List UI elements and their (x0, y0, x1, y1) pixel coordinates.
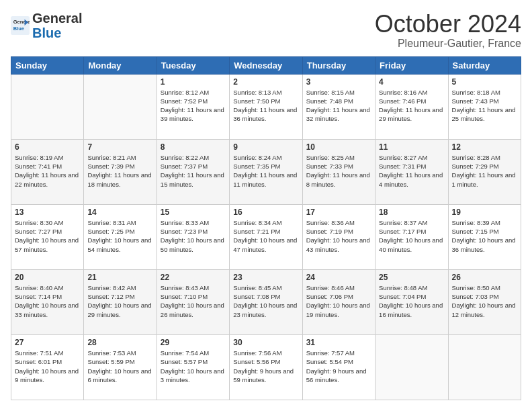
day-number: 8 (161, 142, 226, 152)
day-info: Sunrise: 8:45 AMSunset: 7:08 PMDaylight:… (233, 283, 298, 319)
day-number: 31 (306, 338, 371, 347)
calendar-cell (375, 334, 448, 400)
calendar-cell: 22Sunrise: 8:43 AMSunset: 7:10 PMDayligh… (157, 269, 229, 334)
calendar-cell: 31Sunrise: 7:57 AMSunset: 5:54 PMDayligh… (302, 334, 375, 400)
calendar-cell (84, 74, 157, 139)
day-info: Sunrise: 8:50 AMSunset: 7:03 PMDaylight:… (452, 283, 517, 319)
calendar-cell: 28Sunrise: 7:53 AMSunset: 5:59 PMDayligh… (84, 334, 157, 400)
calendar-week-1: 1Sunrise: 8:12 AMSunset: 7:52 PMDaylight… (11, 74, 521, 139)
calendar-cell: 11Sunrise: 8:27 AMSunset: 7:31 PMDayligh… (375, 139, 448, 204)
calendar-cell: 30Sunrise: 7:56 AMSunset: 5:56 PMDayligh… (230, 334, 302, 400)
day-info: Sunrise: 8:13 AMSunset: 7:50 PMDaylight:… (233, 88, 298, 124)
calendar-week-2: 6Sunrise: 8:19 AMSunset: 7:41 PMDaylight… (11, 139, 521, 204)
day-number: 17 (306, 208, 371, 217)
calendar-cell: 29Sunrise: 7:54 AMSunset: 5:57 PMDayligh… (157, 334, 229, 400)
calendar-cell (11, 74, 84, 139)
day-info: Sunrise: 8:34 AMSunset: 7:21 PMDaylight:… (233, 218, 298, 254)
calendar-cell: 27Sunrise: 7:51 AMSunset: 6:01 PMDayligh… (11, 334, 84, 400)
day-number: 11 (379, 142, 444, 152)
day-info: Sunrise: 8:16 AMSunset: 7:46 PMDaylight:… (379, 88, 444, 124)
day-info: Sunrise: 8:21 AMSunset: 7:39 PMDaylight:… (87, 153, 152, 189)
calendar-cell: 1Sunrise: 8:12 AMSunset: 7:52 PMDaylight… (157, 74, 229, 139)
calendar-header-row: SundayMondayTuesdayWednesdayThursdayFrid… (11, 56, 521, 74)
day-info: Sunrise: 8:19 AMSunset: 7:41 PMDaylight:… (15, 153, 80, 189)
calendar-cell: 13Sunrise: 8:30 AMSunset: 7:27 PMDayligh… (11, 204, 84, 269)
day-number: 12 (452, 142, 517, 152)
day-number: 23 (233, 273, 298, 282)
day-info: Sunrise: 8:42 AMSunset: 7:12 PMDaylight:… (87, 283, 152, 319)
day-info: Sunrise: 8:48 AMSunset: 7:04 PMDaylight:… (379, 283, 444, 319)
day-number: 1 (161, 77, 226, 87)
day-info: Sunrise: 8:31 AMSunset: 7:25 PMDaylight:… (87, 218, 152, 254)
day-info: Sunrise: 8:33 AMSunset: 7:23 PMDaylight:… (161, 218, 226, 254)
calendar-cell: 7Sunrise: 8:21 AMSunset: 7:39 PMDaylight… (84, 139, 157, 204)
day-info: Sunrise: 8:46 AMSunset: 7:06 PMDaylight:… (306, 283, 371, 319)
day-info: Sunrise: 8:39 AMSunset: 7:15 PMDaylight:… (452, 218, 517, 254)
calendar-cell: 20Sunrise: 8:40 AMSunset: 7:14 PMDayligh… (11, 269, 84, 334)
day-info: Sunrise: 8:15 AMSunset: 7:48 PMDaylight:… (306, 88, 371, 124)
day-info: Sunrise: 8:37 AMSunset: 7:17 PMDaylight:… (379, 218, 444, 254)
day-number: 3 (306, 77, 371, 87)
calendar-cell: 6Sunrise: 8:19 AMSunset: 7:41 PMDaylight… (11, 139, 84, 204)
day-info: Sunrise: 8:30 AMSunset: 7:27 PMDaylight:… (15, 218, 80, 254)
day-number: 14 (87, 208, 152, 217)
day-number: 13 (15, 208, 80, 217)
day-number: 6 (15, 142, 80, 152)
day-number: 22 (161, 273, 226, 282)
day-number: 19 (452, 208, 517, 217)
day-header-monday: Monday (84, 56, 157, 74)
day-number: 21 (87, 273, 152, 282)
day-number: 2 (233, 77, 298, 87)
calendar-cell: 18Sunrise: 8:37 AMSunset: 7:17 PMDayligh… (375, 204, 448, 269)
day-number: 28 (87, 338, 152, 347)
day-info: Sunrise: 8:28 AMSunset: 7:29 PMDaylight:… (452, 153, 517, 189)
logo-line2: Blue (32, 26, 82, 40)
calendar-cell: 2Sunrise: 8:13 AMSunset: 7:50 PMDaylight… (230, 74, 302, 139)
day-info: Sunrise: 7:53 AMSunset: 5:59 PMDaylight:… (87, 349, 152, 384)
title-section: October 2024 Pleumeur-Gautier, France (375, 11, 521, 50)
calendar-cell: 21Sunrise: 8:42 AMSunset: 7:12 PMDayligh… (84, 269, 157, 334)
calendar-cell: 9Sunrise: 8:24 AMSunset: 7:35 PMDaylight… (230, 139, 302, 204)
day-number: 20 (15, 273, 80, 282)
calendar-cell: 17Sunrise: 8:36 AMSunset: 7:19 PMDayligh… (302, 204, 375, 269)
calendar-cell: 14Sunrise: 8:31 AMSunset: 7:25 PMDayligh… (84, 204, 157, 269)
day-info: Sunrise: 8:12 AMSunset: 7:52 PMDaylight:… (161, 88, 226, 124)
day-number: 15 (161, 208, 226, 217)
day-info: Sunrise: 8:40 AMSunset: 7:14 PMDaylight:… (15, 283, 80, 319)
calendar-cell: 24Sunrise: 8:46 AMSunset: 7:06 PMDayligh… (302, 269, 375, 334)
calendar-cell: 16Sunrise: 8:34 AMSunset: 7:21 PMDayligh… (230, 204, 302, 269)
logo-line1: General (32, 11, 82, 26)
logo-text: General Blue (32, 11, 82, 40)
calendar-cell: 23Sunrise: 8:45 AMSunset: 7:08 PMDayligh… (230, 269, 302, 334)
day-number: 16 (233, 208, 298, 217)
day-info: Sunrise: 8:18 AMSunset: 7:43 PMDaylight:… (452, 88, 517, 124)
day-info: Sunrise: 8:22 AMSunset: 7:37 PMDaylight:… (161, 153, 226, 189)
day-number: 10 (306, 142, 371, 152)
calendar-week-5: 27Sunrise: 7:51 AMSunset: 6:01 PMDayligh… (11, 334, 521, 400)
day-number: 30 (233, 338, 298, 347)
day-info: Sunrise: 8:27 AMSunset: 7:31 PMDaylight:… (379, 153, 444, 189)
day-info: Sunrise: 8:25 AMSunset: 7:33 PMDaylight:… (306, 153, 371, 189)
calendar-cell (448, 334, 521, 400)
day-header-thursday: Thursday (302, 56, 375, 74)
day-number: 4 (379, 77, 444, 87)
day-info: Sunrise: 7:57 AMSunset: 5:54 PMDaylight:… (306, 349, 371, 384)
day-number: 27 (15, 338, 80, 347)
day-header-saturday: Saturday (448, 56, 521, 74)
logo-icon: General Blue (11, 16, 30, 35)
calendar-cell: 5Sunrise: 8:18 AMSunset: 7:43 PMDaylight… (448, 74, 521, 139)
day-header-friday: Friday (375, 56, 448, 74)
day-header-sunday: Sunday (11, 56, 84, 74)
calendar-cell: 26Sunrise: 8:50 AMSunset: 7:03 PMDayligh… (448, 269, 521, 334)
day-number: 9 (233, 142, 298, 152)
calendar-cell: 15Sunrise: 8:33 AMSunset: 7:23 PMDayligh… (157, 204, 229, 269)
day-info: Sunrise: 7:51 AMSunset: 6:01 PMDaylight:… (15, 349, 80, 384)
day-info: Sunrise: 8:43 AMSunset: 7:10 PMDaylight:… (161, 283, 226, 319)
calendar-week-4: 20Sunrise: 8:40 AMSunset: 7:14 PMDayligh… (11, 269, 521, 334)
day-header-tuesday: Tuesday (157, 56, 229, 74)
day-number: 26 (452, 273, 517, 282)
day-info: Sunrise: 8:36 AMSunset: 7:19 PMDaylight:… (306, 218, 371, 254)
day-number: 24 (306, 273, 371, 282)
day-info: Sunrise: 7:54 AMSunset: 5:57 PMDaylight:… (161, 349, 226, 384)
calendar-cell: 10Sunrise: 8:25 AMSunset: 7:33 PMDayligh… (302, 139, 375, 204)
